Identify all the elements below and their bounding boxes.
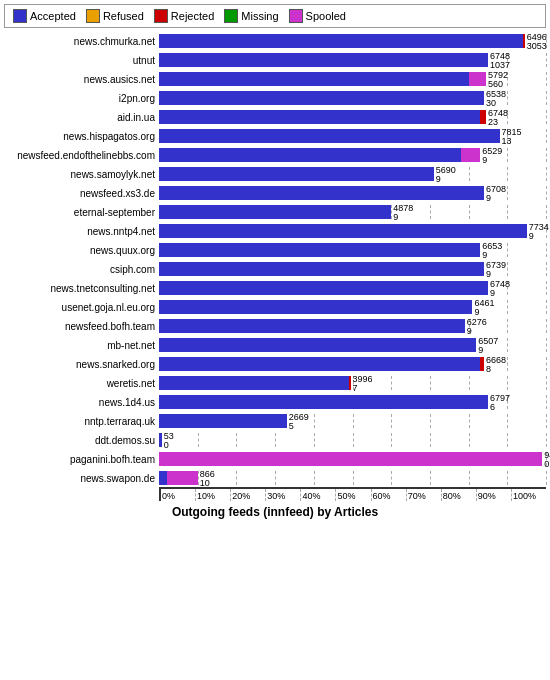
bar-segment-accepted xyxy=(159,376,349,390)
bar-container: 94510 xyxy=(159,451,546,467)
bar-container: 48789 xyxy=(159,204,546,220)
table-row: news.chmurka.net64963053 xyxy=(4,32,546,50)
chart-area: news.chmurka.net64963053utnut67481037new… xyxy=(4,32,546,487)
x-tick-7: 70% xyxy=(406,489,441,501)
table-row: news.samoylyk.net56909 xyxy=(4,165,546,183)
x-tick-10: 100% xyxy=(511,489,546,501)
legend-label-spooled: Spooled xyxy=(306,10,346,22)
x-tick-0: 0% xyxy=(159,489,195,501)
bar-container: 39967 xyxy=(159,375,546,391)
bar-val2: 9 xyxy=(486,194,506,203)
table-row: news.tnetconsulting.net67489 xyxy=(4,279,546,297)
bar-segment-accepted xyxy=(159,34,523,48)
bar-values: 26695 xyxy=(287,413,309,431)
table-row: usenet.goja.nl.eu.org64619 xyxy=(4,298,546,316)
x-axis: 0%10%20%30%40%50%60%70%80%90%100% xyxy=(159,487,546,501)
legend-color-missing xyxy=(224,9,238,23)
chart-title: Outgoing feeds (innfeed) by Articles xyxy=(4,505,546,519)
bar-val2: 13 xyxy=(502,137,522,146)
bar-container: 530 xyxy=(159,432,546,448)
bar-container: 674823 xyxy=(159,109,546,125)
legend-item-spooled: Spooled xyxy=(289,9,346,23)
table-row: newsfeed.bofh.team62769 xyxy=(4,317,546,335)
bar-container: 26695 xyxy=(159,413,546,429)
bar-values: 781513 xyxy=(500,128,522,146)
x-tick-6: 60% xyxy=(371,489,406,501)
bar-val2: 3053 xyxy=(527,42,547,51)
bar-segment-accepted xyxy=(159,186,484,200)
bar-val2: 30 xyxy=(486,99,506,108)
bar-segment-accepted xyxy=(159,205,391,219)
bar-val2: 0 xyxy=(164,441,174,450)
bar-segment-accepted xyxy=(159,338,476,352)
bar-val2: 560 xyxy=(488,80,508,89)
bar-val2: 9 xyxy=(393,213,413,222)
bar-values: 67399 xyxy=(484,261,506,279)
table-row: weretis.net39967 xyxy=(4,374,546,392)
table-row: paganini.bofh.team94510 xyxy=(4,450,546,468)
row-label: i2pn.org xyxy=(4,93,159,104)
bar-container: 67089 xyxy=(159,185,546,201)
bar-segment-spooled xyxy=(461,148,480,162)
legend-color-rejected xyxy=(154,9,168,23)
bar-segment-accepted xyxy=(159,53,488,67)
row-label: weretis.net xyxy=(4,378,159,389)
table-row: mb-net.net65079 xyxy=(4,336,546,354)
row-label: nntp.terraraq.uk xyxy=(4,416,159,427)
legend-color-accepted xyxy=(13,9,27,23)
bar-values: 530 xyxy=(162,432,174,450)
bar-values: 674823 xyxy=(486,109,508,127)
x-tick-4: 40% xyxy=(300,489,335,501)
bar-segment-accepted xyxy=(159,300,472,314)
bar-val2: 6 xyxy=(490,403,510,412)
bar-values: 64619 xyxy=(472,299,494,317)
row-label: ddt.demos.su xyxy=(4,435,159,446)
bar-segment-accepted xyxy=(159,167,434,181)
bar-container: 62769 xyxy=(159,318,546,334)
bar-values: 94510 xyxy=(542,451,550,469)
bar-val2: 9 xyxy=(467,327,487,336)
row-label: usenet.goja.nl.eu.org xyxy=(4,302,159,313)
row-label: news.chmurka.net xyxy=(4,36,159,47)
bar-val2: 7 xyxy=(353,384,373,393)
x-tick-3: 30% xyxy=(265,489,300,501)
bar-values: 653830 xyxy=(484,90,506,108)
bar-container: 5792560 xyxy=(159,71,546,87)
bar-values: 66688 xyxy=(484,356,506,374)
row-label: news.1d4.us xyxy=(4,397,159,408)
bar-values: 56909 xyxy=(434,166,456,184)
x-tick-5: 50% xyxy=(335,489,370,501)
x-tick-1: 10% xyxy=(195,489,230,501)
bar-values: 67089 xyxy=(484,185,506,203)
bar-segment-accepted xyxy=(159,357,480,371)
row-label: newsfeed.xs3.de xyxy=(4,188,159,199)
row-label: news.ausics.net xyxy=(4,74,159,85)
bar-val2: 8 xyxy=(486,365,506,374)
row-label: news.snarked.org xyxy=(4,359,159,370)
bar-segment-accepted xyxy=(159,319,465,333)
bar-container: 65079 xyxy=(159,337,546,353)
bar-val2: 9 xyxy=(478,346,498,355)
legend-label-rejected: Rejected xyxy=(171,10,214,22)
x-tick-9: 90% xyxy=(476,489,511,501)
bar-container: 56909 xyxy=(159,166,546,182)
bar-segment-spooled xyxy=(167,471,198,485)
bar-container: 67976 xyxy=(159,394,546,410)
bar-val2: 9 xyxy=(529,232,549,241)
bar-val2: 9 xyxy=(486,270,506,279)
legend-item-refused: Refused xyxy=(86,9,144,23)
bar-val2: 1037 xyxy=(490,61,510,70)
bar-container: 86610 xyxy=(159,470,546,486)
bar-values: 5792560 xyxy=(486,71,508,89)
bar-segment-spooled xyxy=(159,452,542,466)
row-label: news.quux.org xyxy=(4,245,159,256)
bar-segment-accepted xyxy=(159,148,461,162)
row-label: aid.in.ua xyxy=(4,112,159,123)
table-row: news.hispagatos.org781513 xyxy=(4,127,546,145)
bar-val2: 0 xyxy=(544,460,550,469)
table-row: i2pn.org653830 xyxy=(4,89,546,107)
table-row: news.snarked.org66688 xyxy=(4,355,546,373)
table-row: aid.in.ua674823 xyxy=(4,108,546,126)
bar-segment-accepted xyxy=(159,414,287,428)
row-label: news.samoylyk.net xyxy=(4,169,159,180)
